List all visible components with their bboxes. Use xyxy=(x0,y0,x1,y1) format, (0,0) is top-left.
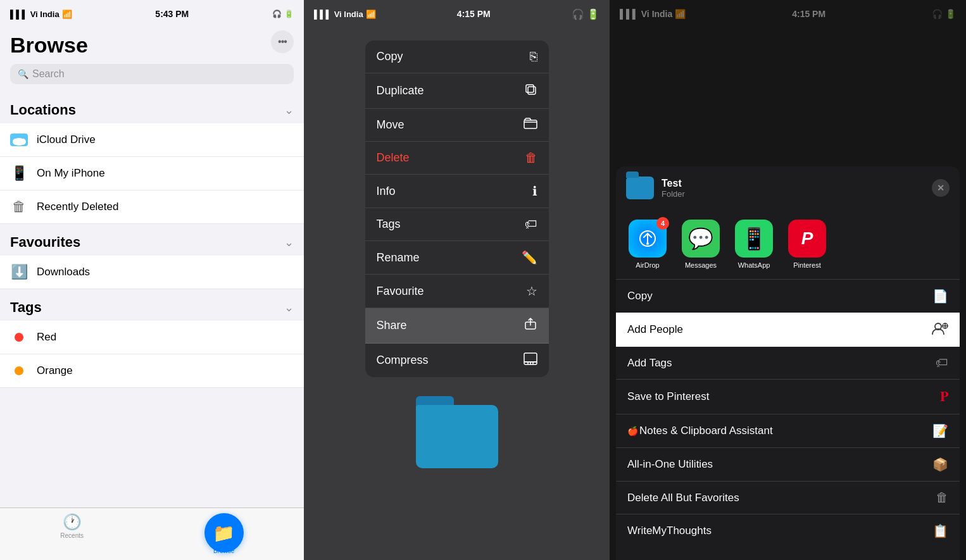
favourite-label: Favourite xyxy=(377,285,424,298)
add-tags-label: Add Tags xyxy=(627,357,672,370)
pinterest-icon: P xyxy=(788,220,826,258)
menu-item-tags[interactable]: Tags 🏷 xyxy=(365,208,549,241)
menu-item-delete[interactable]: Delete 🗑 xyxy=(365,142,549,175)
recently-deleted-label: Recently Deleted xyxy=(37,201,118,213)
carrier-text-panel2: Vi India xyxy=(334,9,363,19)
share-header: Test Folder ✕ xyxy=(616,166,960,209)
svg-point-2 xyxy=(13,139,19,145)
recents-icon: 🕐 xyxy=(63,513,82,531)
writemythoughts-label: WriteMyThoughts xyxy=(627,525,712,537)
more-button[interactable]: ••• xyxy=(271,30,294,53)
browse-folder-icon: 📁 xyxy=(213,523,235,544)
downloads-item[interactable]: ⬇️ Downloads xyxy=(0,256,304,289)
messages-icon: 💬 xyxy=(682,220,720,258)
menu-item-duplicate[interactable]: Duplicate xyxy=(365,73,549,109)
orange-tag-item[interactable]: Orange xyxy=(0,354,304,388)
svg-rect-5 xyxy=(528,87,536,94)
delete-label: Delete xyxy=(377,151,410,165)
trash-icon: 🗑 xyxy=(10,198,28,216)
signal-icon: ▌▌▌ xyxy=(10,9,28,19)
menu-item-share[interactable]: Share xyxy=(365,308,549,344)
app-item-messages[interactable]: 💬 Messages xyxy=(679,220,722,269)
add-people-icon xyxy=(932,321,948,338)
rename-icon: ✏️ xyxy=(522,250,537,265)
context-menu-panel: ▌▌▌ Vi India 📶 4:15 PM 🎧 🔋 Copy ⎘ Duplic… xyxy=(304,0,610,560)
action-copy[interactable]: Copy 📄 xyxy=(616,280,960,313)
app-item-whatsapp[interactable]: 📱 WhatsApp xyxy=(732,220,775,269)
tab-browse[interactable]: 📁 Browse xyxy=(204,513,244,554)
action-add-people[interactable]: Add People xyxy=(616,313,960,347)
svg-point-13 xyxy=(646,242,649,245)
airdrop-icon: 4 xyxy=(629,220,667,258)
carrier-panel1: ▌▌▌ Vi India 📶 xyxy=(10,9,72,19)
wifi-icon-p2: 📶 xyxy=(366,9,376,19)
delete-favorites-icon: 🗑 xyxy=(936,490,948,505)
move-icon xyxy=(524,118,537,132)
menu-item-copy[interactable]: Copy ⎘ xyxy=(365,40,549,73)
context-menu: Copy ⎘ Duplicate Move De xyxy=(365,40,549,377)
action-add-tags[interactable]: Add Tags 🏷 xyxy=(616,347,960,380)
red-tag-label: Red xyxy=(37,331,56,344)
icloud-drive-label: iCloud Drive xyxy=(37,134,96,146)
browse-panel: ▌▌▌ Vi India 📶 5:43 PM 🎧 🔋 Browse 🔍 Sear… xyxy=(0,0,304,560)
menu-item-info[interactable]: Info ℹ xyxy=(365,175,549,208)
action-writemythoughts[interactable]: WriteMyThoughts 📋 xyxy=(616,514,960,547)
menu-item-favourite[interactable]: Favourite ☆ xyxy=(365,275,549,308)
on-my-iphone-item[interactable]: 📱 On My iPhone xyxy=(0,157,304,190)
battery-panel1: 🎧 🔋 xyxy=(272,9,294,18)
red-tag-item[interactable]: Red xyxy=(0,321,304,354)
rename-label: Rename xyxy=(377,251,420,264)
writemythoughts-icon: 📋 xyxy=(932,523,948,538)
action-save-pinterest[interactable]: Save to Pinterest 𝐏 xyxy=(616,380,960,414)
status-bar-panel2: ▌▌▌ Vi India 📶 4:15 PM 🎧 🔋 xyxy=(304,0,610,28)
wifi-icon-panel1: 📶 xyxy=(62,9,72,19)
app-item-pinterest[interactable]: P Pinterest xyxy=(786,220,829,269)
time-panel1: 5:43 PM xyxy=(155,9,189,19)
tab-recents[interactable]: 🕐 Recents xyxy=(60,513,84,539)
app-item-airdrop[interactable]: 4 AirDrop xyxy=(626,220,669,269)
copy-action-label: Copy xyxy=(627,290,653,302)
share-sheet-card: Test Folder ✕ 4 AirDrop xyxy=(610,166,966,560)
share-label: Share xyxy=(377,319,407,332)
action-delete-favorites[interactable]: Delete All But Favorites 🗑 xyxy=(616,482,960,514)
browse-label: Browse xyxy=(213,547,234,554)
dark-actions: Add Tags 🏷 Save to Pinterest 𝐏 🍎Notes & … xyxy=(616,347,960,547)
action-all-in-one[interactable]: All-in-One Utilities 📦 xyxy=(616,448,960,482)
icloud-drive-item[interactable]: iCloud Drive xyxy=(0,123,304,157)
iphone-icon: 📱 xyxy=(10,165,28,182)
pinterest-label: Pinterest xyxy=(793,261,820,269)
notes-clipboard-label: 🍎Notes & Clipboard Assistant xyxy=(627,425,773,437)
status-bar-panel1: ▌▌▌ Vi India 📶 5:43 PM 🎧 🔋 xyxy=(0,0,304,28)
action-notes-clipboard[interactable]: 🍎Notes & Clipboard Assistant 📝 xyxy=(616,414,960,448)
headphone-icon-p2: 🎧 xyxy=(572,8,584,20)
orange-tag-label: Orange xyxy=(37,364,73,377)
messages-label: Messages xyxy=(685,261,717,269)
whatsapp-label: WhatsApp xyxy=(738,261,770,269)
menu-item-compress[interactable]: Compress xyxy=(365,344,549,377)
add-people-label: Add People xyxy=(627,323,683,336)
favourites-chevron-icon[interactable]: ⌄ xyxy=(284,235,294,249)
recently-deleted-item[interactable]: 🗑 Recently Deleted xyxy=(0,190,304,224)
move-label: Move xyxy=(377,118,405,132)
time-panel2: 4:15 PM xyxy=(457,9,491,19)
svg-rect-6 xyxy=(524,120,537,128)
airdrop-badge: 4 xyxy=(656,217,669,230)
close-button[interactable]: ✕ xyxy=(932,179,950,197)
search-bar[interactable]: 🔍 Search xyxy=(10,64,294,84)
airdrop-label: AirDrop xyxy=(636,261,659,269)
share-header-info: Test Folder xyxy=(662,178,924,199)
download-icon: ⬇️ xyxy=(10,263,28,281)
all-in-one-icon: 📦 xyxy=(932,457,948,472)
menu-item-rename[interactable]: Rename ✏️ xyxy=(365,241,549,275)
search-icon: 🔍 xyxy=(18,69,28,79)
add-tags-icon: 🏷 xyxy=(936,356,948,370)
locations-chevron-icon[interactable]: ⌄ xyxy=(284,103,294,117)
copy-action-icon: 📄 xyxy=(932,289,948,304)
favourites-title: Favourites xyxy=(10,234,80,251)
browse-header: Browse 🔍 Search xyxy=(0,28,304,92)
delete-icon: 🗑 xyxy=(525,151,537,165)
svg-rect-4 xyxy=(526,85,534,92)
menu-item-move[interactable]: Move xyxy=(365,109,549,142)
tags-chevron-icon[interactable]: ⌄ xyxy=(284,301,294,314)
duplicate-label: Duplicate xyxy=(377,84,424,97)
